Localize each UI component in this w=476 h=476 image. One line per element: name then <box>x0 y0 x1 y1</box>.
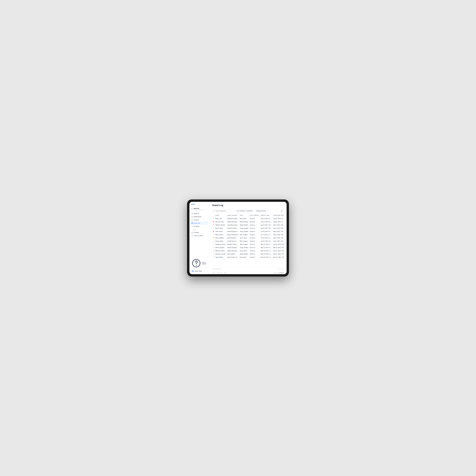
page-title: Guest Log <box>212 204 284 207</box>
list-icon <box>191 222 193 224</box>
departure-time: May 10, 2023, 1:20... <box>272 253 286 256</box>
guest-name: Johnson, Emily <box>215 220 226 223</box>
host-company: Acme Inc. <box>249 246 260 249</box>
host-name: Scott, Aaron <box>239 256 249 259</box>
table-row[interactable]: Johnson, Emily Skyline Dynamics... Wrigh… <box>212 220 286 223</box>
powered-by: Powered by ≡essentry <box>273 272 284 273</box>
status-cell <box>212 249 215 253</box>
table-row[interactable]: Smith, John Quantum Innovati... Scott, A… <box>212 217 286 220</box>
avatar: MB <box>191 270 194 272</box>
sidebar-item-current-location[interactable]: Current Location <box>190 234 208 237</box>
manage-columns-button[interactable]: Manage Columns <box>255 209 269 212</box>
sidebar-item-guest-log[interactable]: Guest Log <box>190 222 208 225</box>
table-row[interactable]: Davis, Matthew Zenith Solutions Jones, D… <box>212 236 286 240</box>
departure-time: Aug 9, 2023, 7:00... <box>272 240 286 243</box>
next-page-button[interactable]: › <box>281 268 284 270</box>
guest-name: Taylor, William <box>215 256 226 259</box>
sidebar-item-contacts[interactable]: Contacts <box>190 219 208 221</box>
host-name: Young, Heather <box>239 246 249 249</box>
guest-name: Rodriguez, James <box>215 243 226 246</box>
guest-company: GreenWave Soluti... <box>226 223 239 227</box>
main-content: Guest Log <box>209 202 287 274</box>
departure-time: Aug 9, 2023, 7:04... <box>272 223 286 227</box>
sidebar-item-reception[interactable]: Reception <box>190 225 208 228</box>
col-header-departure-time: DEPARTURE TIME <box>272 214 286 217</box>
table-row[interactable]: Williams, Michael GreenWave Soluti... Wr… <box>212 223 286 227</box>
departure-time: May 10, 2023, 1:20... <box>272 249 286 253</box>
svg-rect-4 <box>191 216 193 217</box>
company-selector[interactable]: Acme Inc. Unter den Linden 10, ... ▾ <box>189 207 209 211</box>
host-company: Acme Inc. <box>249 233 260 236</box>
arrival-time: Jun 2, 2023, 11:1... <box>260 233 272 236</box>
departure-time: Aug 10, 2023, 1:2... <box>272 220 286 223</box>
sidebar-item-appointments[interactable]: Appointments <box>190 215 208 218</box>
host-name: Allen, Gregory <box>239 240 249 243</box>
guest-log-table: GUEST GUEST COMPANY HOST HOST COMPANY AR… <box>212 214 286 259</box>
download-button[interactable] <box>280 209 284 212</box>
host-company: Acme Inc. <box>249 217 260 220</box>
arrival-time: May 10, 2023, 1:1... <box>260 246 272 249</box>
guest-company: NextGen Technol... <box>226 227 239 230</box>
table-row[interactable]: Jones, David Infinity Designs Co. Young,… <box>212 230 286 233</box>
arrival-time: May 10, 2023, 1:1... <box>260 253 272 256</box>
date-range-filter[interactable]: 12.09.2023 - 20.09.2023 <box>236 209 254 212</box>
status-cell <box>212 223 215 227</box>
toolbar: 12.09.2023 - 20.09.2023 Manage Columns <box>209 208 287 214</box>
table-row[interactable]: Brown, Sarah NextGen Technol... Young, H… <box>212 227 286 230</box>
table-row[interactable]: Taylor, William Nova Frontier, Ltd. Scot… <box>212 256 286 259</box>
host-company: Acme Inc. <box>249 240 260 243</box>
calendar-filter-icon <box>237 210 238 212</box>
tablet-screen: acme® Acme Inc. Unter den Linden 10, ...… <box>189 202 287 274</box>
table-row[interactable]: Anderson, Jennifer Apex Systems Wright, … <box>212 253 286 256</box>
search-box[interactable] <box>212 209 235 212</box>
departure-time: Aug 10, 2023, 8:2... <box>272 217 286 220</box>
table-row[interactable]: Wilson, Amanda Skyline Dynamics... Young… <box>212 246 286 249</box>
arrival-time: Jun 29, 2023, 2:0... <box>260 240 272 243</box>
guest-name: Martinez, Robert <box>215 249 226 253</box>
svg-point-20 <box>214 210 214 211</box>
arrival-time: May 10, 2023, 1:1... <box>260 243 272 246</box>
chart-icon <box>191 213 193 214</box>
chevron-down-icon <box>267 210 268 211</box>
sidebar-item-company[interactable]: Company <box>190 231 208 234</box>
guest-name: Wilson, Amanda <box>215 246 226 249</box>
table-row[interactable]: Miller, Jessica Beacon Enterprises Allen… <box>212 233 286 236</box>
host-name: Allen, Gregory <box>239 233 249 236</box>
pagination: Current page 1 of 2 ‹ › <box>209 266 287 272</box>
table-row[interactable]: Martinez, Robert Skyline Dynamics... Jon… <box>212 249 286 253</box>
host-company: Acme Inc. <box>249 236 260 240</box>
status-link[interactable]: Status <box>224 272 227 273</box>
arrival-time: Jun 29, 2023, 10:... <box>260 230 272 233</box>
help-support-item[interactable]: Help & Support <box>190 257 208 269</box>
col-header-host: HOST <box>239 214 249 217</box>
footer-links: Imprint Privacy Policy Status <box>212 272 227 273</box>
guest-name: Williams, Michael <box>215 223 226 227</box>
table-row[interactable]: Garcia, Ashley Crystal Clear Co... Allen… <box>212 240 286 243</box>
status-cell <box>212 240 215 243</box>
pagination-info: Current page 1 of 2 <box>212 268 222 270</box>
user-more-icon[interactable]: ··· <box>206 270 207 272</box>
tablet-device: acme® Acme Inc. Unter den Linden 10, ...… <box>187 200 289 276</box>
host-name: Allen, Gregory <box>239 243 249 246</box>
status-cell <box>212 246 215 249</box>
contacts-icon <box>191 219 193 221</box>
svg-rect-1 <box>191 213 192 214</box>
host-company: Acme Inc. <box>249 249 260 253</box>
departure-time: May 10, 2023, 1:20... <box>272 243 286 246</box>
arrival-time: Aug 9, 2023, 7:01... <box>260 227 272 230</box>
prev-page-button[interactable]: ‹ <box>278 268 280 270</box>
privacy-link[interactable]: Privacy Policy <box>216 272 223 273</box>
col-header-arrival-time[interactable]: ARRIVAL TIME ▼ <box>260 214 272 217</box>
search-input[interactable] <box>216 210 233 212</box>
imprint-link[interactable]: Imprint <box>212 272 215 273</box>
departure-time: May 10, 2023, 1:20... <box>272 256 286 259</box>
guest-company: Zenith Solutions <box>226 236 239 240</box>
guest-company: NextGen Technol... <box>226 243 239 246</box>
user-profile[interactable]: MB Martin, Brian ··· <box>190 269 208 273</box>
pagination-controls: ‹ › <box>278 268 284 270</box>
sidebar-item-analytics[interactable]: Analytics <box>190 212 208 215</box>
table-row[interactable]: Rodriguez, James NextGen Technol... Alle… <box>212 243 286 246</box>
calendar-icon <box>191 216 193 218</box>
svg-rect-2 <box>192 213 192 214</box>
guest-company: Quantum Innovati... <box>226 217 239 220</box>
